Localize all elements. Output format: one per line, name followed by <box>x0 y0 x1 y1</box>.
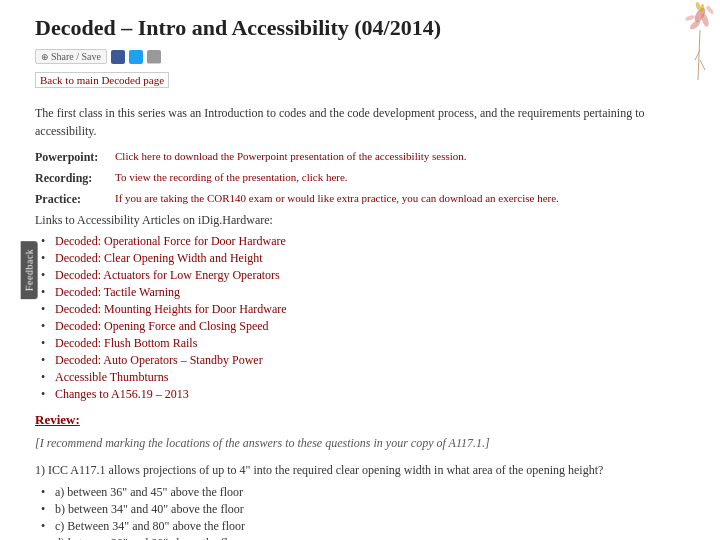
article-list-item: Changes to A156.19 – 2013 <box>55 387 700 402</box>
article-link[interactable]: Decoded: Clear Opening Width and Height <box>55 251 263 265</box>
article-link[interactable]: Changes to A156.19 – 2013 <box>55 387 189 401</box>
svg-point-4 <box>685 14 696 21</box>
article-list-item: Decoded: Clear Opening Width and Height <box>55 251 700 266</box>
practice-row: Practice: If you are taking the COR140 e… <box>35 192 700 207</box>
review-heading: Review: <box>35 412 700 428</box>
article-list-item: Accessible Thumbturns <box>55 370 700 385</box>
recording-label: Recording: <box>35 171 115 186</box>
recording-link[interactable]: To view the recording of the presentatio… <box>115 171 348 183</box>
share-save-button[interactable]: ⊕ Share / Save <box>35 49 107 64</box>
twitter-icon[interactable] <box>129 50 143 64</box>
mail-icon[interactable] <box>147 50 161 64</box>
article-list-item: Decoded: Tactile Warning <box>55 285 700 300</box>
articles-list: Decoded: Operational Force for Door Hard… <box>55 234 700 402</box>
practice-link[interactable]: If you are taking the COR140 exam or wou… <box>115 192 559 204</box>
article-list-item: Decoded: Actuators for Low Energy Operat… <box>55 268 700 283</box>
answer-list: a) between 36" and 45" above the floorb)… <box>55 485 700 540</box>
article-link[interactable]: Decoded: Operational Force for Door Hard… <box>55 234 286 248</box>
page-title: Decoded – Intro and Accessibility (04/20… <box>35 15 700 41</box>
svg-line-7 <box>700 60 705 70</box>
article-list-item: Decoded: Mounting Heights for Door Hardw… <box>55 302 700 317</box>
facebook-icon[interactable] <box>111 50 125 64</box>
powerpoint-row: Powerpoint: Click here to download the P… <box>35 150 700 165</box>
answer-item: c) Between 34" and 80" above the floor <box>55 519 700 534</box>
powerpoint-link[interactable]: Click here to download the Powerpoint pr… <box>115 150 467 162</box>
article-list-item: Decoded: Operational Force for Door Hard… <box>55 234 700 249</box>
feedback-tab[interactable]: Feedback <box>21 241 38 299</box>
svg-point-3 <box>705 5 714 15</box>
page-wrapper: Decoded – Intro and Accessibility (04/20… <box>0 0 720 540</box>
article-list-item: Decoded: Flush Bottom Rails <box>55 336 700 351</box>
article-list-item: Decoded: Opening Force and Closing Speed <box>55 319 700 334</box>
back-link[interactable]: Back to main Decoded page <box>35 72 169 88</box>
svg-line-5 <box>698 30 700 80</box>
share-bar: ⊕ Share / Save <box>35 49 700 64</box>
review-note: [I recommend marking the locations of th… <box>35 436 700 451</box>
article-link[interactable]: Decoded: Mounting Heights for Door Hardw… <box>55 302 287 316</box>
article-link[interactable]: Decoded: Flush Bottom Rails <box>55 336 197 350</box>
article-link[interactable]: Accessible Thumbturns <box>55 370 168 384</box>
article-link[interactable]: Decoded: Actuators for Low Energy Operat… <box>55 268 280 282</box>
intro-text: The first class in this series was an In… <box>35 104 700 140</box>
answer-item: b) between 34" and 40" above the floor <box>55 502 700 517</box>
share-save-label: Share / Save <box>51 51 101 62</box>
questions-container: 1) ICC A117.1 allows projections of up t… <box>35 461 700 540</box>
article-link[interactable]: Decoded: Tactile Warning <box>55 285 180 299</box>
question-item: 1) ICC A117.1 allows projections of up t… <box>35 461 700 540</box>
article-link[interactable]: Decoded: Auto Operators – Standby Power <box>55 353 263 367</box>
share-icon: ⊕ <box>41 52 49 62</box>
question-text: 1) ICC A117.1 allows projections of up t… <box>35 461 700 479</box>
decorative-flowers <box>680 0 720 100</box>
answer-item: d) between 30" and 80" above the floor <box>55 536 700 540</box>
answer-item: a) between 36" and 45" above the floor <box>55 485 700 500</box>
article-link[interactable]: Decoded: Opening Force and Closing Speed <box>55 319 269 333</box>
powerpoint-label: Powerpoint: <box>35 150 115 165</box>
links-heading: Links to Accessibility Articles on iDig.… <box>35 213 700 228</box>
article-list-item: Decoded: Auto Operators – Standby Power <box>55 353 700 368</box>
practice-label: Practice: <box>35 192 115 207</box>
recording-row: Recording: To view the recording of the … <box>35 171 700 186</box>
